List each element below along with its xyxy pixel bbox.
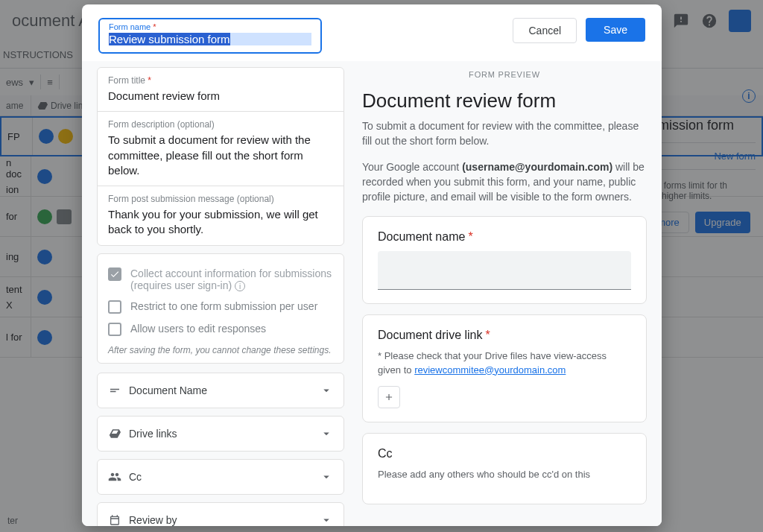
preview-question-drive-link: Document drive link* * Please check that…: [362, 314, 647, 422]
drive-icon: [108, 428, 121, 440]
save-button[interactable]: Save: [586, 18, 645, 42]
form-name-input[interactable]: [109, 33, 311, 45]
form-description-input[interactable]: To submit a document for review with the…: [108, 133, 333, 178]
checkbox-icon[interactable]: [108, 300, 121, 314]
form-title-input[interactable]: Document review form: [108, 89, 333, 104]
checkbox-checked-icon: [108, 267, 121, 281]
people-icon: [108, 470, 121, 484]
checkbox-icon[interactable]: [108, 323, 121, 336]
field-item-cc[interactable]: Cc: [97, 459, 344, 495]
field-item-document-name[interactable]: Document Name: [97, 373, 344, 408]
field-item-drive-links[interactable]: Drive links: [97, 416, 344, 452]
preview-question-document-name: Document name*: [362, 216, 647, 304]
date-icon: [108, 514, 121, 526]
preview-account-note: Your Google account (username@yourdomain…: [362, 159, 647, 205]
form-post-message-input[interactable]: Thank you for your submission, we will g…: [108, 207, 333, 238]
preview-title: Document review form: [362, 89, 647, 113]
form-name-field[interactable]: Form name *: [98, 18, 322, 54]
preview-question-cc: Cc Please add any others who should be c…: [362, 433, 647, 504]
review-email-link[interactable]: reviewcommitee@yourdomain.com: [414, 364, 566, 376]
setting-collect-account: Collect account information for submissi…: [108, 263, 333, 297]
add-file-button[interactable]: [378, 386, 400, 408]
setting-restrict-one[interactable]: Restrict to one form submission per user: [108, 296, 333, 318]
chevron-down-icon: [320, 427, 333, 440]
short-text-icon: [108, 384, 121, 397]
preview-header: FORM PREVIEW: [362, 70, 647, 79]
cancel-button[interactable]: Cancel: [513, 18, 577, 43]
preview-text-input[interactable]: [378, 251, 631, 290]
chevron-down-icon: [320, 470, 333, 484]
setting-allow-edit[interactable]: Allow users to edit responses: [108, 318, 333, 341]
chevron-down-icon: [320, 384, 333, 397]
field-item-review-by[interactable]: Review by: [97, 502, 344, 526]
form-editor-modal: Form name * Cancel Save Form title * Doc…: [82, 4, 662, 526]
chevron-down-icon: [320, 513, 333, 526]
preview-description: To submit a document for review with the…: [362, 118, 647, 149]
settings-note: After saving the form, you cannot change…: [108, 345, 333, 355]
